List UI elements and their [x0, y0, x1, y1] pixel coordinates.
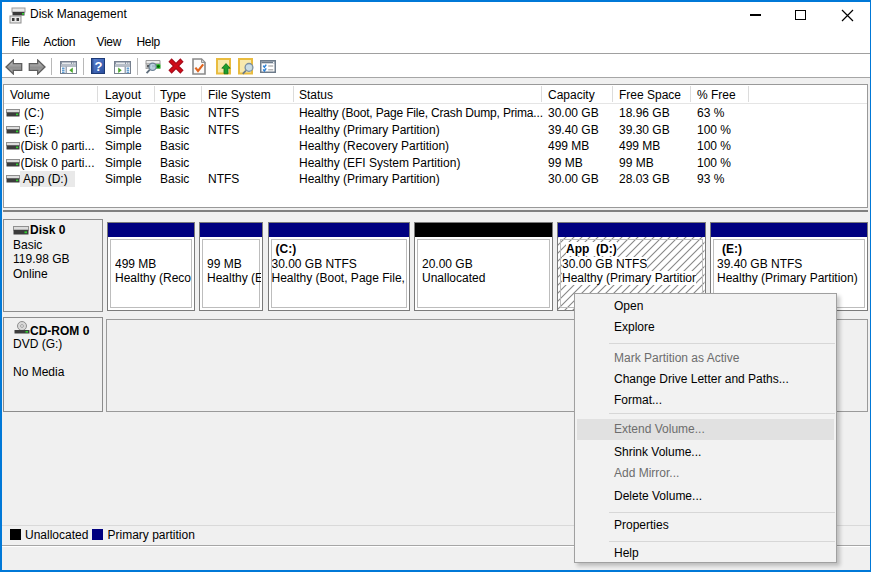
svg-text:?: ? — [95, 59, 103, 74]
